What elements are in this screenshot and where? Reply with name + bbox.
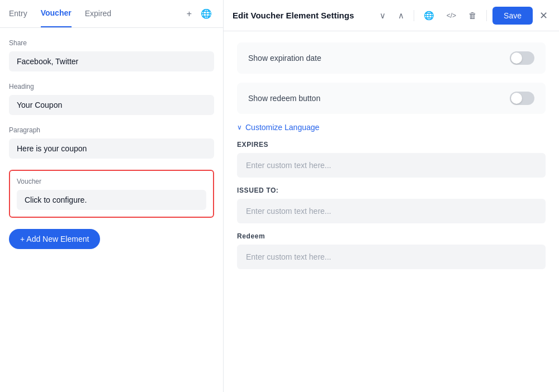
voucher-configure-button[interactable]: Click to configure. <box>17 190 206 210</box>
redeem-section-label: Redeem <box>237 232 546 240</box>
voucher-block[interactable]: Voucher Click to configure. <box>9 170 214 218</box>
right-panel-title: Edit Voucher Element Settings <box>233 11 371 20</box>
show-expiration-row: Show expiration date <box>237 42 546 74</box>
globe-icon-button[interactable]: 🌐 <box>198 6 214 21</box>
add-tab-button[interactable]: + <box>184 7 194 21</box>
right-header: Edit Voucher Element Settings ∨ ∧ 🌐 </> … <box>224 0 559 31</box>
customize-language-row[interactable]: ∨ Customize Language <box>237 123 546 132</box>
issued-to-section-label: ISSUED TO: <box>237 187 546 194</box>
tab-voucher[interactable]: Voucher <box>41 0 72 27</box>
save-button[interactable]: Save <box>492 7 533 25</box>
left-content: Share Facebook, Twitter Heading Your Cou… <box>0 28 223 392</box>
customize-language-label: Customize Language <box>245 123 319 132</box>
voucher-field-group: Voucher Click to configure. <box>9 170 214 218</box>
expires-section-label: EXPIRES <box>237 141 546 149</box>
header-separator-2 <box>486 10 487 21</box>
chevron-down-icon: ∨ <box>237 123 242 131</box>
share-field-group: Share Facebook, Twitter <box>9 39 214 71</box>
show-expiration-label: Show expiration date <box>248 54 321 63</box>
issued-to-input[interactable] <box>237 199 546 223</box>
paragraph-field-group: Paragraph Here is your coupon <box>9 126 214 159</box>
show-redeem-row: Show redeem button <box>237 83 546 114</box>
paragraph-label: Paragraph <box>9 126 214 134</box>
redeem-section: Redeem <box>237 232 546 269</box>
heading-label: Heading <box>9 83 214 90</box>
redeem-input[interactable] <box>237 245 546 269</box>
close-button[interactable]: ✕ <box>537 7 550 24</box>
voucher-label: Voucher <box>17 178 206 185</box>
right-content: Show expiration date Show redeem button … <box>224 31 559 392</box>
heading-value: Your Coupon <box>9 95 214 115</box>
tabs-bar: Entry Voucher Expired + 🌐 <box>0 0 223 28</box>
add-new-element-button[interactable]: + Add New Element <box>9 229 100 249</box>
tab-expired[interactable]: Expired <box>85 0 111 27</box>
show-expiration-toggle[interactable] <box>510 51 534 65</box>
code-icon-button[interactable]: </> <box>443 9 460 22</box>
expires-input[interactable] <box>237 153 546 178</box>
share-value: Facebook, Twitter <box>9 51 214 71</box>
share-label: Share <box>9 39 214 47</box>
chevron-up-icon-button[interactable]: ∧ <box>394 8 408 23</box>
heading-field-group: Heading Your Coupon <box>9 83 214 115</box>
show-redeem-label: Show redeem button <box>248 94 320 103</box>
tab-entry[interactable]: Entry <box>9 0 27 27</box>
globe-settings-icon-button[interactable]: 🌐 <box>420 8 438 23</box>
left-panel: Entry Voucher Expired + 🌐 Share Facebook… <box>0 0 224 392</box>
expires-section: EXPIRES <box>237 141 546 178</box>
paragraph-value: Here is your coupon <box>9 138 214 159</box>
tabs-actions: + 🌐 <box>184 6 214 21</box>
issued-to-section: ISSUED TO: <box>237 187 546 223</box>
right-panel: Edit Voucher Element Settings ∨ ∧ 🌐 </> … <box>224 0 559 392</box>
delete-icon-button[interactable]: 🗑 <box>465 8 481 23</box>
header-separator <box>414 10 414 21</box>
show-redeem-toggle[interactable] <box>510 92 534 105</box>
chevron-down-icon-button[interactable]: ∨ <box>376 8 390 23</box>
